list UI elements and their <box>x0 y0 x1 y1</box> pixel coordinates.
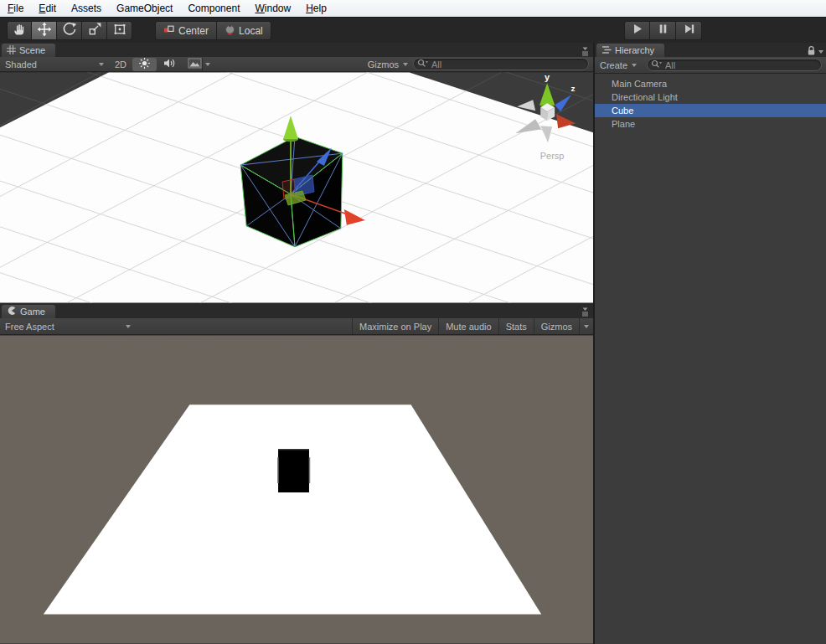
magnifier-icon <box>417 59 429 70</box>
pause-button[interactable] <box>650 21 676 40</box>
local-space-icon <box>225 24 235 38</box>
rotate-icon <box>62 22 77 40</box>
hierarchy-pane-controls <box>807 44 823 59</box>
game-gizmos-dropdown[interactable]: Gizmos <box>534 318 579 334</box>
scene-subbar: Shaded 2D Gizmos All <box>0 57 593 72</box>
aspect-label: Free Aspect <box>5 322 54 332</box>
mute-audio-button[interactable]: Mute audio <box>438 318 498 334</box>
chevron-down-icon <box>126 325 131 328</box>
hierarchy-list: Main Camera Directional Light Cube Plane <box>595 74 826 131</box>
pacman-icon <box>7 306 17 317</box>
shading-mode-dropdown[interactable]: Shaded <box>0 57 109 71</box>
game-gizmos-arrow[interactable] <box>579 318 593 334</box>
rect-tool-button[interactable] <box>107 21 132 40</box>
hierarchy-tabbar: Hierarchy <box>595 43 826 57</box>
rotate-tool-button[interactable] <box>57 21 82 40</box>
speaker-icon <box>163 57 176 71</box>
scene-pane-menu[interactable] <box>580 44 591 59</box>
pivot-space-toggles: Center Local <box>155 21 271 40</box>
transform-tools <box>7 21 132 40</box>
effects-dropdown[interactable] <box>202 58 213 71</box>
game-gizmos-label: Gizmos <box>541 322 572 332</box>
2d-toggle[interactable]: 2D <box>109 58 132 71</box>
scene-search-text: All <box>431 59 441 70</box>
menu-assets[interactable]: Assets <box>64 1 109 16</box>
hand-tool-button[interactable] <box>7 21 32 40</box>
maximize-on-play-button[interactable]: Maximize on Play <box>352 318 438 334</box>
game-subbar-buttons: Maximize on Play Mute audio Stats Gizmos <box>352 318 593 334</box>
game-subbar: Free Aspect Maximize on Play Mute audio … <box>0 318 593 335</box>
game-tabbar: Game <box>0 303 593 318</box>
space-local-label: Local <box>239 25 263 37</box>
step-icon <box>681 21 697 40</box>
effects-toggle[interactable] <box>182 58 213 71</box>
menu-edit[interactable]: Edit <box>31 1 64 16</box>
game-viewport[interactable] <box>0 335 593 644</box>
chevron-down-icon <box>403 63 408 66</box>
axis-y-label: y <box>545 72 550 82</box>
menu-bar: File Edit Assets GameObject Component Wi… <box>0 0 826 18</box>
magnifier-icon <box>651 59 663 70</box>
menu-component[interactable]: Component <box>180 1 247 16</box>
axis-z-label: z <box>571 84 576 93</box>
pivot-center-button[interactable]: Center <box>155 21 217 40</box>
tab-hierarchy[interactable]: Hierarchy <box>596 44 664 57</box>
tab-scene[interactable]: Scene <box>2 44 55 57</box>
audio-toggle[interactable] <box>157 58 182 71</box>
sun-icon <box>138 57 151 71</box>
pane-menu-icon <box>580 44 591 59</box>
menu-file[interactable]: File <box>0 1 31 16</box>
persp-label[interactable]: Persp <box>540 151 565 161</box>
space-local-button[interactable]: Local <box>217 21 271 40</box>
game-pane-menu[interactable] <box>580 305 591 320</box>
scene-search-field[interactable]: All <box>413 58 589 70</box>
tab-game[interactable]: Game <box>2 305 55 318</box>
aspect-dropdown[interactable]: Free Aspect <box>0 318 136 334</box>
panel-divider[interactable] <box>593 43 595 644</box>
scale-tool-button[interactable] <box>82 21 107 40</box>
hierarchy-subbar: Create All <box>595 57 826 74</box>
menu-help[interactable]: Help <box>298 1 334 16</box>
move-tool-button[interactable] <box>32 21 57 40</box>
game-panel: Game Free Aspect Maximize on Play Mute a… <box>0 303 593 644</box>
scene-viewport[interactable]: y z Persp <box>0 72 593 303</box>
hierarchy-item-main-camera[interactable]: Main Camera <box>595 77 826 90</box>
main-toolbar: Center Local <box>0 18 826 43</box>
scene-gizmos-label: Gizmos <box>368 59 399 70</box>
scene-tab-label: Scene <box>19 45 45 55</box>
hierarchy-search-field[interactable]: All <box>647 59 822 71</box>
game-tab-label: Game <box>20 307 45 317</box>
hierarchy-item-plane[interactable]: Plane <box>595 117 826 131</box>
rect-icon <box>112 22 127 40</box>
create-label: Create <box>600 60 627 70</box>
scene-gizmos-dropdown[interactable]: Gizmos <box>363 57 413 71</box>
pane-menu-icon <box>580 305 591 320</box>
move-icon <box>37 22 52 40</box>
hand-icon <box>12 22 27 40</box>
pane-menu-icon[interactable] <box>818 50 823 54</box>
chevron-down-icon <box>99 63 104 66</box>
chevron-down-icon <box>584 325 589 328</box>
menu-gameobject[interactable]: GameObject <box>109 1 180 16</box>
chevron-down-icon <box>205 63 210 66</box>
game-cube <box>277 449 310 492</box>
hierarchy-panel: Hierarchy Create All Main Camera Directi… <box>595 43 826 644</box>
play-button[interactable] <box>624 21 650 40</box>
image-icon <box>188 58 202 70</box>
play-icon <box>629 21 645 40</box>
lock-icon[interactable] <box>807 44 816 59</box>
list-icon <box>601 45 612 56</box>
stats-button[interactable]: Stats <box>498 318 534 334</box>
hierarchy-item-directional-light[interactable]: Directional Light <box>595 90 826 104</box>
playback-controls <box>624 21 702 40</box>
unity-editor-window: File Edit Assets GameObject Component Wi… <box>0 0 826 644</box>
chevron-down-icon <box>632 64 637 67</box>
menu-window[interactable]: Window <box>247 1 298 16</box>
hierarchy-item-cube[interactable]: Cube <box>595 104 826 117</box>
create-dropdown[interactable]: Create <box>595 57 642 73</box>
pivot-center-label: Center <box>178 25 209 37</box>
lighting-toggle[interactable] <box>132 58 157 71</box>
step-button[interactable] <box>676 21 702 40</box>
shading-mode-label: Shaded <box>5 59 37 70</box>
hierarchy-search-text: All <box>665 60 675 70</box>
